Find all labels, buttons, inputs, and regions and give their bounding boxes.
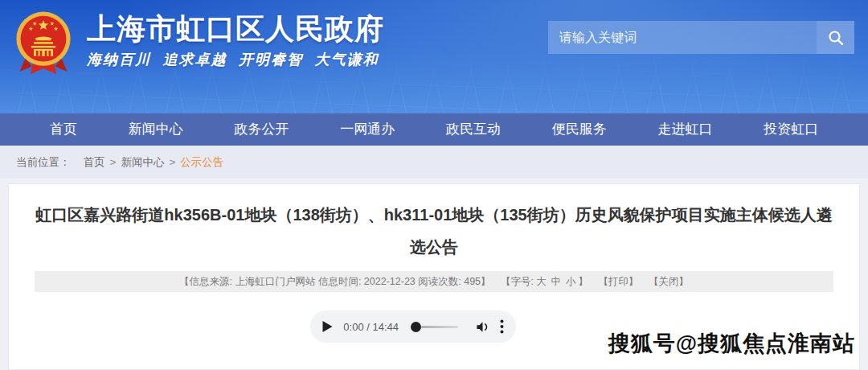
nav-item-about-hongkou[interactable]: 走进虹口 [657,113,712,146]
breadcrumb-current: 公示公告 [180,155,223,170]
audio-slider-thumb[interactable] [411,322,421,332]
article-meta-bar: 【信息来源: 上海虹口门户网站 信息时间: 2022-12-23 阅读次数: 4… [35,271,833,292]
breadcrumb-separator: > [169,156,175,168]
article-source-info: 【信息来源: 上海虹口门户网站 信息时间: 2022-12-23 阅读次数: 4… [179,276,491,287]
search-input[interactable] [548,21,817,54]
nav-item-interaction[interactable]: 政民互动 [446,113,501,146]
audio-player: 0:00 / 14:44 [310,310,516,343]
volume-icon [475,319,490,335]
main-nav: 首页 新闻中心 政务公开 一网通办 政民互动 便民服务 走进虹口 投资虹口 [0,113,868,146]
nav-item-online-services[interactable]: 一网通办 [340,113,395,146]
audio-time: 0:00 / 14:44 [343,321,399,333]
font-size-small-button[interactable]: 小 [566,276,576,287]
audio-progress-slider[interactable] [411,321,458,332]
nav-item-news[interactable]: 新闻中心 [129,113,183,146]
print-button[interactable]: 【打印】 [599,276,639,287]
nav-item-home[interactable]: 首页 [50,113,77,146]
play-icon [322,321,333,332]
breadcrumb-label: 当前位置： [16,155,71,170]
nav-item-public-services[interactable]: 便民服务 [552,113,607,146]
breadcrumb-separator: > [110,156,117,168]
breadcrumb-news[interactable]: 新闻中心 [121,155,164,170]
font-size-control: 【字号:大中小】 [501,276,588,287]
site-search [548,21,854,54]
audio-overflow-menu-button[interactable] [500,319,504,334]
font-size-large-button[interactable]: 大 [536,276,547,287]
search-icon [827,29,845,47]
nav-item-gov-affairs[interactable]: 政务公开 [234,113,289,146]
play-button[interactable] [322,321,333,332]
audio-slider-track [421,326,458,329]
close-button[interactable]: 【关闭】 [649,276,689,287]
volume-button[interactable] [475,319,490,335]
overflow-menu-icon [500,319,504,334]
font-size-label-end: 】 [579,276,589,287]
site-title: 上海市虹口区人民政府 [87,11,384,47]
sohu-watermark: 搜狐号@搜狐焦点淮南站 [608,329,855,358]
national-emblem-icon [11,6,76,79]
font-size-label: 【字号: [501,276,534,287]
breadcrumb-home[interactable]: 首页 [84,155,105,170]
nav-item-invest-hongkou[interactable]: 投资虹口 [764,113,818,146]
site-header: 上海市虹口区人民政府 海纳百川 追求卓越 开明睿智 大气谦和 [0,0,868,113]
page-root: { "header": { "site_title": "上海市虹口区人民政府"… [0,0,868,370]
article-title: 虹口区嘉兴路街道hk356B-01地块（138街坊）、hk311-01地块（13… [35,199,833,263]
font-size-medium-button[interactable]: 中 [551,276,562,287]
search-button[interactable] [817,21,854,54]
site-brand[interactable]: 上海市虹口区人民政府 海纳百川 追求卓越 开明睿智 大气谦和 [11,6,384,79]
breadcrumb: 当前位置： 首页 > 新闻中心 > 公示公告 [0,146,868,179]
site-slogan: 海纳百川 追求卓越 开明睿智 大气谦和 [87,50,384,69]
